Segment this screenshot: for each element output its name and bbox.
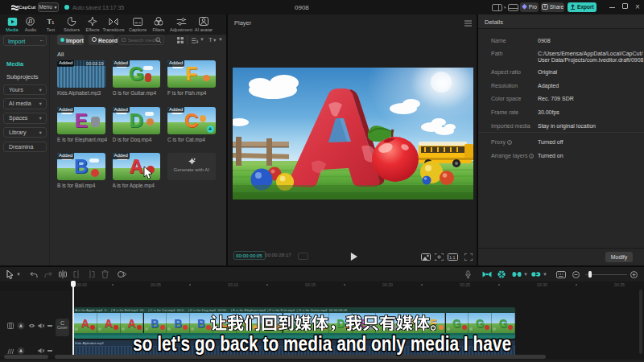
svg-text:1:1: 1:1: [449, 255, 456, 260]
svg-text:so let's go back to media and: so let's go back to media and only media…: [133, 332, 511, 355]
